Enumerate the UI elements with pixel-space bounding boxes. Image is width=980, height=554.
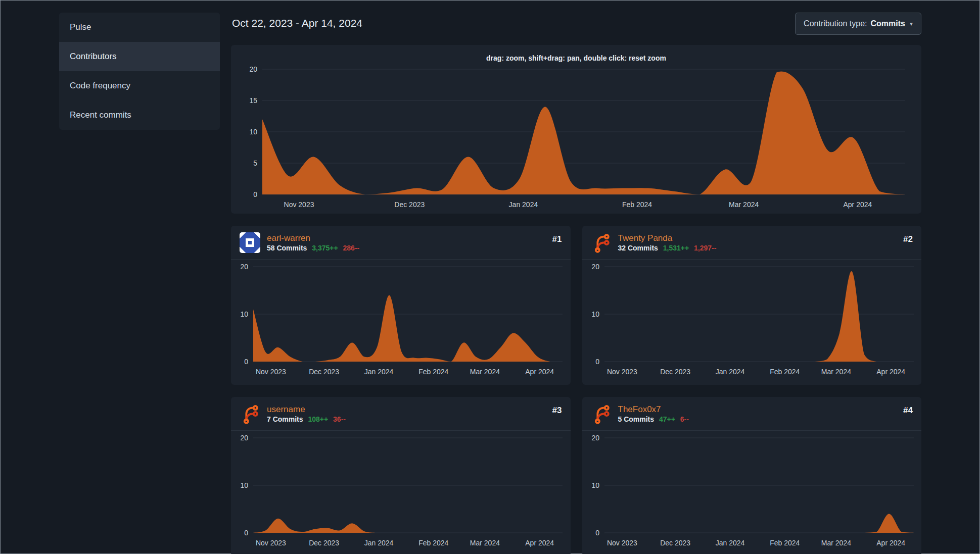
svg-text:Dec 2023: Dec 2023: [660, 368, 690, 376]
additions-count: 1,531++: [663, 244, 689, 252]
svg-text:10: 10: [591, 481, 599, 489]
activity-menu: Pulse Contributors Code frequency Recent…: [59, 13, 220, 130]
contributor-activity-chart[interactable]: 01020Nov 2023Dec 2023Jan 2024Feb 2024Mar…: [582, 432, 922, 550]
svg-text:20: 20: [249, 65, 257, 73]
contributor-activity-chart[interactable]: 01020Nov 2023Dec 2023Jan 2024Feb 2024Mar…: [231, 432, 571, 550]
contributor-card-header: username 7 Commits 108++ 36-- #3: [231, 397, 571, 431]
contribution-type-value: Commits: [871, 19, 905, 28]
contributor-card-4: TheFox0x7 5 Commits 47++ 6-- #4 01020Nov…: [582, 397, 922, 554]
contributor-name-link[interactable]: TheFox0x7: [618, 405, 689, 415]
forgejo-logo-icon: [240, 404, 260, 424]
contributor-stats: 58 Commits 3,375++ 286--: [267, 244, 359, 252]
contributor-rank-badge: #3: [552, 406, 562, 416]
svg-text:0: 0: [595, 358, 599, 366]
sidebar-item-pulse[interactable]: Pulse: [59, 13, 220, 42]
svg-text:Dec 2023: Dec 2023: [394, 200, 425, 209]
contributor-card-header: earl-warren 58 Commits 3,375++ 286-- #1: [231, 226, 571, 260]
commit-count: 5 Commits: [618, 415, 655, 423]
svg-text:Feb 2024: Feb 2024: [418, 368, 448, 376]
contributor-stats: 32 Commits 1,531++ 1,297--: [618, 244, 717, 252]
contributor-meta: username 7 Commits 108++ 36--: [267, 405, 346, 424]
contributor-meta: TheFox0x7 5 Commits 47++ 6--: [618, 405, 689, 424]
contributor-activity-chart[interactable]: 01020Nov 2023Dec 2023Jan 2024Feb 2024Mar…: [582, 261, 922, 379]
commit-count: 32 Commits: [618, 244, 658, 252]
additions-count: 47++: [659, 415, 675, 423]
sidebar-item-code-frequency[interactable]: Code frequency: [59, 71, 220, 100]
sidebar-item-recent-commits[interactable]: Recent commits: [59, 100, 220, 130]
contributor-stats: 7 Commits 108++ 36--: [267, 415, 346, 423]
svg-text:Nov 2023: Nov 2023: [256, 368, 286, 376]
contributor-cards-grid: earl-warren 58 Commits 3,375++ 286-- #1 …: [231, 226, 921, 554]
svg-text:Jan 2024: Jan 2024: [509, 200, 538, 209]
contributor-card-2: Twenty Panda 32 Commits 1,531++ 1,297-- …: [582, 226, 922, 385]
contributor-avatar[interactable]: [240, 404, 260, 424]
svg-text:Dec 2023: Dec 2023: [660, 539, 690, 547]
deletions-count: 36--: [333, 415, 346, 423]
svg-text:Dec 2023: Dec 2023: [309, 368, 339, 376]
commit-count: 7 Commits: [267, 415, 303, 423]
sidebar-item-contributors[interactable]: Contributors: [59, 42, 220, 71]
svg-text:Nov 2023: Nov 2023: [284, 200, 314, 209]
overview-chart-panel: drag: zoom, shift+drag: pan, double clic…: [231, 45, 921, 214]
deletions-count: 1,297--: [694, 244, 716, 252]
svg-text:0: 0: [595, 529, 599, 537]
svg-text:20: 20: [591, 263, 599, 271]
main-content: Oct 22, 2023 - Apr 14, 2024 Contribution…: [231, 13, 921, 554]
deletions-count: 6--: [680, 415, 689, 423]
contributor-avatar[interactable]: [591, 404, 612, 424]
forgejo-logo-icon: [591, 232, 612, 253]
identicon-image: [240, 232, 260, 253]
svg-text:Jan 2024: Jan 2024: [715, 539, 744, 547]
contributor-name-link[interactable]: username: [267, 405, 346, 415]
contributor-rank-badge: #4: [903, 406, 913, 416]
svg-text:Mar 2024: Mar 2024: [821, 368, 851, 376]
caret-down-icon: ▾: [910, 21, 913, 27]
svg-text:Apr 2024: Apr 2024: [525, 539, 554, 547]
contributor-activity-chart[interactable]: 01020Nov 2023Dec 2023Jan 2024Feb 2024Mar…: [231, 261, 571, 379]
contributions-overview-chart[interactable]: 05101520Nov 2023Dec 2023Jan 2024Feb 2024…: [239, 63, 913, 212]
svg-text:Mar 2024: Mar 2024: [729, 200, 759, 209]
contributor-name-link[interactable]: earl-warren: [267, 233, 359, 243]
svg-text:Feb 2024: Feb 2024: [770, 368, 800, 376]
svg-text:20: 20: [240, 263, 248, 271]
svg-text:Feb 2024: Feb 2024: [770, 539, 800, 547]
svg-text:10: 10: [249, 128, 257, 136]
svg-text:Apr 2024: Apr 2024: [876, 539, 905, 547]
contributor-avatar[interactable]: [240, 232, 260, 253]
svg-text:Mar 2024: Mar 2024: [470, 368, 500, 376]
contributor-card-1: earl-warren 58 Commits 3,375++ 286-- #1 …: [231, 226, 571, 385]
contributor-name-link[interactable]: Twenty Panda: [618, 233, 717, 243]
svg-text:0: 0: [253, 190, 257, 198]
svg-text:0: 0: [244, 358, 248, 366]
svg-text:Mar 2024: Mar 2024: [821, 539, 851, 547]
contributor-meta: Twenty Panda 32 Commits 1,531++ 1,297--: [618, 233, 717, 253]
svg-text:Jan 2024: Jan 2024: [364, 539, 394, 547]
page-layout: Pulse Contributors Code frequency Recent…: [0, 0, 980, 554]
additions-count: 108++: [308, 415, 328, 423]
svg-text:Jan 2024: Jan 2024: [364, 368, 394, 376]
contribution-type-dropdown[interactable]: Contribution type: Commits ▾: [795, 13, 921, 35]
contributor-card-header: TheFox0x7 5 Commits 47++ 6-- #4: [582, 397, 922, 431]
svg-text:Feb 2024: Feb 2024: [622, 200, 652, 209]
contributor-rank-badge: #2: [903, 234, 913, 244]
svg-text:10: 10: [240, 310, 248, 318]
activity-sidebar: Pulse Contributors Code frequency Recent…: [59, 13, 220, 554]
svg-text:0: 0: [244, 529, 248, 537]
header-row: Oct 22, 2023 - Apr 14, 2024 Contribution…: [231, 13, 921, 35]
svg-text:Nov 2023: Nov 2023: [606, 368, 637, 376]
contributor-meta: earl-warren 58 Commits 3,375++ 286--: [267, 233, 359, 253]
svg-text:20: 20: [240, 434, 248, 442]
svg-text:Mar 2024: Mar 2024: [470, 539, 500, 547]
svg-text:Nov 2023: Nov 2023: [256, 539, 286, 547]
forgejo-logo-icon: [591, 404, 612, 424]
contributor-card-3: username 7 Commits 108++ 36-- #3 01020No…: [231, 397, 571, 554]
chart-zoom-hint: drag: zoom, shift+drag: pan, double clic…: [239, 54, 913, 62]
svg-text:Nov 2023: Nov 2023: [606, 539, 637, 547]
deletions-count: 286--: [343, 244, 360, 252]
contributor-avatar[interactable]: [591, 232, 612, 253]
contribution-type-label: Contribution type:: [804, 19, 867, 28]
svg-text:Feb 2024: Feb 2024: [418, 539, 448, 547]
svg-text:10: 10: [591, 310, 599, 318]
contributor-stats: 5 Commits 47++ 6--: [618, 415, 689, 423]
commit-count: 58 Commits: [267, 244, 307, 252]
